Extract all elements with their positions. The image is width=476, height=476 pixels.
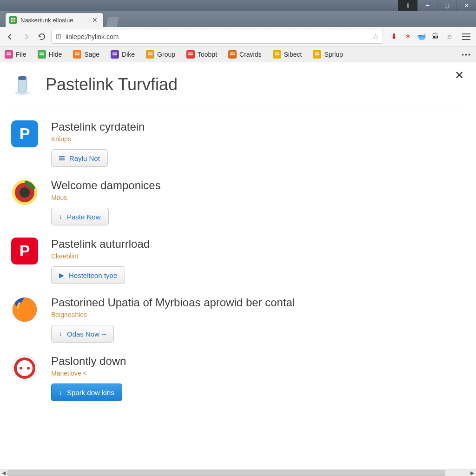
- bookmarks-overflow-button[interactable]: ▪▪▪: [462, 51, 471, 58]
- bookmark-label: Group: [157, 51, 175, 58]
- download-arrow-icon: ↓: [59, 389, 62, 396]
- svg-rect-15: [75, 54, 79, 55]
- item-button-label: Odas Now --: [67, 330, 106, 338]
- tab-close-button[interactable]: ✕: [91, 16, 99, 24]
- svg-rect-3: [11, 20, 13, 22]
- bookmark-item[interactable]: Sibect: [273, 50, 302, 59]
- item-button-label: Paste Now: [67, 213, 101, 221]
- svg-text:P: P: [20, 242, 30, 259]
- minimize-icon: ━: [426, 2, 429, 9]
- star-red-icon[interactable]: ✶: [403, 32, 413, 42]
- svg-rect-23: [188, 53, 193, 53]
- back-button[interactable]: [4, 30, 17, 43]
- item-title: Pastorined Upatia of Myrbioas aprowid be…: [51, 296, 465, 309]
- reload-icon: [38, 33, 46, 41]
- new-tab-button[interactable]: [106, 17, 119, 27]
- svg-rect-32: [315, 53, 319, 53]
- item-subtitle: Beigneahies: [51, 311, 465, 318]
- reload-button[interactable]: [35, 30, 48, 43]
- download-red-icon[interactable]: ⬇: [389, 32, 399, 42]
- svg-rect-24: [188, 54, 193, 55]
- tab-title: Naskertunk ellosiue: [20, 17, 87, 24]
- tab-strip: Naskertunk ellosiue ✕: [0, 11, 476, 27]
- site-info-icon[interactable]: [55, 33, 62, 40]
- app-glyph-icon: ᚺ: [406, 2, 410, 9]
- bookmark-item[interactable]: Group: [146, 50, 175, 59]
- browser-tab[interactable]: Naskertunk ellosiue ✕: [6, 13, 103, 27]
- list-item: Welcome damponices Mous ↓ Paste Now: [9, 167, 467, 225]
- svg-rect-29: [275, 53, 279, 53]
- list-icon: [59, 156, 65, 160]
- item-subtitle: Manetiove <: [51, 370, 465, 377]
- item-action-button[interactable]: ↓ Odas Now --: [51, 325, 114, 343]
- item-button-label: Raylu Not: [69, 154, 100, 162]
- bookmark-item[interactable]: Dike: [111, 50, 135, 59]
- item-action-button[interactable]: ↓ Spark dow kins: [51, 383, 122, 401]
- svg-rect-0: [9, 16, 17, 24]
- svg-rect-14: [75, 53, 79, 53]
- item-subtitle: Kniups: [51, 135, 465, 143]
- back-arrow-icon: [6, 33, 14, 41]
- home-icon[interactable]: ⌂: [444, 32, 455, 42]
- svg-rect-9: [7, 54, 11, 55]
- item-title: Paslontly down: [51, 355, 465, 368]
- item-action-button[interactable]: ↓ Paste Now: [51, 208, 109, 225]
- bookmark-favicon-icon: [5, 50, 13, 59]
- bookmark-favicon-icon: [146, 50, 154, 59]
- item-action-button[interactable]: ▶ Hostelteon tyoe: [51, 266, 125, 284]
- bookmark-label: File: [16, 51, 26, 58]
- tab-favicon-icon: [9, 16, 17, 24]
- scroll-track[interactable]: [7, 470, 469, 476]
- bookmarks-bar: File Hlde Sage Dike Group Toobpt: [0, 46, 476, 62]
- svg-rect-33: [315, 54, 319, 55]
- bookmark-item[interactable]: Sage: [73, 50, 99, 59]
- bookmark-item[interactable]: Hlde: [38, 50, 62, 59]
- scroll-right-button[interactable]: ▶: [469, 470, 476, 476]
- list-item: Pastorined Upatia of Myrbioas aprowid be…: [9, 284, 467, 343]
- svg-point-6: [58, 35, 59, 36]
- item-button-label: Hostelteon tyoe: [69, 271, 117, 279]
- forward-button[interactable]: [20, 30, 33, 43]
- titlebar-app-button[interactable]: ᚺ: [398, 0, 417, 11]
- bowl-icon[interactable]: 🥣: [416, 32, 427, 42]
- scroll-left-button[interactable]: ◀: [0, 470, 7, 476]
- svg-rect-35: [18, 78, 26, 92]
- address-bar[interactable]: iinlepe;/hylink.com ☆: [51, 30, 383, 44]
- window-titlebar: ᚺ ━ ▢ ✕: [0, 0, 476, 11]
- bookmark-item[interactable]: Toobpt: [186, 50, 217, 59]
- svg-point-48: [27, 367, 30, 370]
- hamburger-icon: [462, 33, 470, 34]
- bookmark-item[interactable]: Cravids: [228, 50, 261, 59]
- forward-arrow-icon: [22, 33, 30, 41]
- svg-rect-12: [40, 54, 44, 55]
- bookmark-item[interactable]: Sprlup: [313, 50, 343, 59]
- window-minimize-button[interactable]: ━: [417, 0, 437, 11]
- bookmark-star-button[interactable]: ☆: [372, 32, 379, 41]
- item-subtitle: Ckeeblint: [51, 252, 465, 260]
- svg-rect-18: [112, 54, 117, 55]
- bookmark-favicon-icon: [186, 50, 195, 59]
- castle-icon[interactable]: 🏛: [430, 32, 441, 42]
- bookmark-favicon-icon: [273, 50, 281, 59]
- page-close-button[interactable]: ✕: [455, 69, 464, 82]
- bookmark-favicon-icon: [228, 50, 237, 59]
- svg-rect-36: [18, 76, 26, 80]
- svg-rect-4: [13, 20, 15, 22]
- main-menu-button[interactable]: [460, 33, 472, 40]
- list-item: P Pastelink auturrload Ckeeblint ▶ Hoste…: [9, 225, 467, 284]
- scroll-thumb[interactable]: [7, 470, 445, 476]
- item-action-button[interactable]: Raylu Not: [51, 149, 108, 167]
- list-item: P Pastelink cyrdatein Kniups Raylu Not: [9, 108, 467, 167]
- window-close-button[interactable]: ✕: [456, 0, 476, 11]
- svg-rect-27: [230, 54, 235, 55]
- bookmark-item[interactable]: File: [5, 50, 26, 59]
- svg-point-47: [20, 367, 22, 370]
- item-title: Welcome damponices: [51, 179, 465, 192]
- svg-rect-1: [11, 18, 13, 20]
- play-icon: ▶: [59, 271, 64, 279]
- horizontal-scrollbar[interactable]: ◀ ▶: [0, 469, 476, 476]
- svg-point-41: [20, 187, 30, 198]
- item-app-icon: [11, 296, 38, 323]
- window-maximize-button[interactable]: ▢: [437, 0, 456, 11]
- svg-rect-11: [40, 53, 44, 53]
